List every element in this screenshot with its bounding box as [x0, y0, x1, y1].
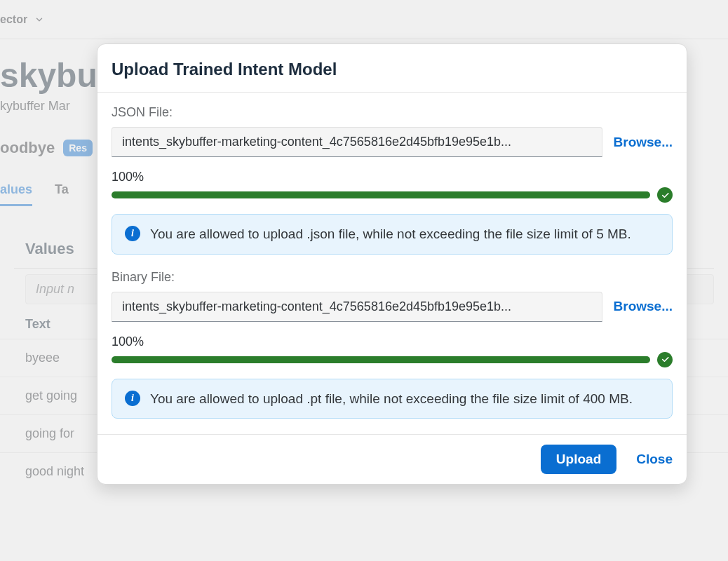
binary-info-box: i You are allowed to upload .pt file, wh…: [112, 379, 673, 419]
close-button[interactable]: Close: [636, 452, 673, 467]
json-info-text: You are allowed to upload .json file, wh…: [150, 224, 631, 244]
json-progress-label: 100%: [112, 170, 673, 184]
binary-file-row: intents_skybuffer-marketing-content_4c75…: [112, 292, 673, 322]
binary-progress-bar: [112, 356, 650, 363]
dialog-body: JSON File: intents_skybuffer-marketing-c…: [97, 93, 687, 434]
check-icon: [657, 187, 673, 203]
dialog-title: Upload Trained Intent Model: [112, 60, 673, 79]
json-progress-bar: [112, 191, 650, 198]
binary-browse-button[interactable]: Browse...: [614, 299, 673, 314]
binary-progress-label: 100%: [112, 334, 673, 349]
json-file-label: JSON File:: [112, 105, 673, 120]
binary-info-text: You are allowed to upload .pt file, whil…: [150, 389, 633, 409]
binary-progress-row: [112, 352, 673, 367]
dialog-header: Upload Trained Intent Model: [97, 44, 687, 93]
check-icon: [657, 352, 673, 367]
dialog-footer: Upload Close: [97, 434, 687, 484]
json-file-name: intents_skybuffer-marketing-content_4c75…: [112, 127, 602, 157]
info-icon: i: [125, 226, 140, 241]
json-info-box: i You are allowed to upload .json file, …: [112, 214, 673, 255]
json-browse-button[interactable]: Browse...: [614, 135, 673, 150]
info-icon: i: [125, 391, 140, 406]
json-file-row: intents_skybuffer-marketing-content_4c75…: [112, 127, 673, 157]
upload-model-dialog: Upload Trained Intent Model JSON File: i…: [97, 43, 687, 485]
upload-button[interactable]: Upload: [541, 445, 616, 474]
json-progress-row: [112, 187, 673, 203]
binary-file-name: intents_skybuffer-marketing-content_4c75…: [112, 292, 602, 322]
binary-file-label: Binary File:: [112, 270, 673, 285]
